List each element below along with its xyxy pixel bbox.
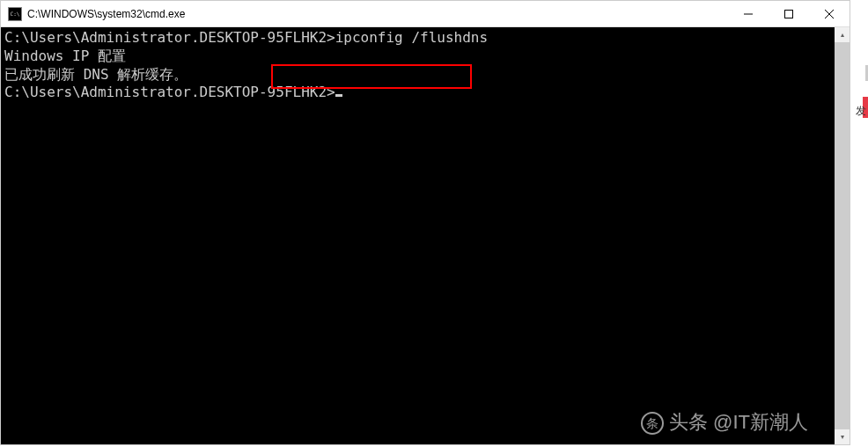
watermark-source: 头条 <box>669 410 708 436</box>
watermark-icon: 条 <box>641 412 664 435</box>
scroll-track[interactable] <box>835 42 850 429</box>
cursor <box>335 94 342 97</box>
cmd-icon <box>8 7 22 21</box>
window-controls <box>728 1 850 26</box>
terminal-output[interactable]: C:\Users\Administrator.DESKTOP-95FLHK2>i… <box>1 27 835 444</box>
vertical-scrollbar[interactable]: ▴ ▾ <box>835 27 850 444</box>
close-button[interactable] <box>809 1 850 26</box>
titlebar[interactable]: C:\WINDOWS\system32\cmd.exe <box>1 1 850 27</box>
background-text: 发 <box>856 104 866 119</box>
terminal-line: C:\Users\Administrator.DESKTOP-95FLHK2>i… <box>4 29 831 48</box>
terminal-line: Windows IP 配置 <box>4 48 831 66</box>
prompt: C:\Users\Administrator.DESKTOP-95FLHK2> <box>4 84 335 100</box>
scroll-thumb[interactable] <box>835 42 850 429</box>
watermark-author: @IT新潮人 <box>713 410 808 436</box>
scroll-up-arrow[interactable]: ▴ <box>835 27 850 42</box>
terminal-line: C:\Users\Administrator.DESKTOP-95FLHK2> <box>4 84 831 102</box>
prompt: C:\Users\Administrator.DESKTOP-95FLHK2> <box>4 29 335 46</box>
cmd-window: C:\WINDOWS\system32\cmd.exe C:\Users\Adm… <box>0 0 850 445</box>
maximize-button[interactable] <box>769 1 809 26</box>
maximize-icon <box>784 10 793 18</box>
watermark: 条 头条 @IT新潮人 <box>641 410 808 436</box>
terminal-area: C:\Users\Administrator.DESKTOP-95FLHK2>i… <box>1 27 850 444</box>
svg-rect-1 <box>785 10 793 18</box>
minimize-icon <box>744 10 753 18</box>
terminal-line: 已成功刷新 DNS 解析缓存。 <box>4 66 831 84</box>
scroll-down-arrow[interactable]: ▾ <box>835 429 850 444</box>
command-text: ipconfig /flushdns <box>335 29 488 46</box>
window-title: C:\WINDOWS\system32\cmd.exe <box>27 8 728 20</box>
close-icon <box>825 10 834 18</box>
minimize-button[interactable] <box>728 1 769 26</box>
